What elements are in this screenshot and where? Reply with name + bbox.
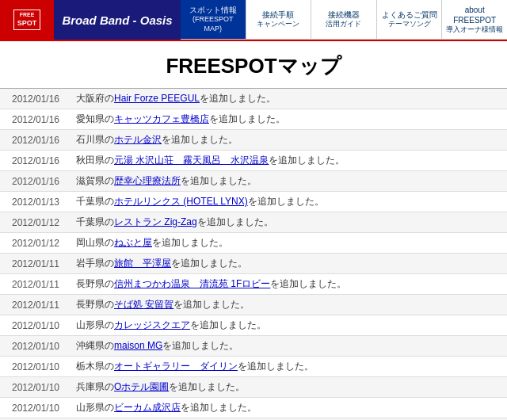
news-suffix: を追加しました。 <box>248 196 324 207</box>
news-link[interactable]: オートギャラリー ダイリン <box>114 361 238 372</box>
news-prefix: 千葉県の <box>76 196 114 207</box>
logo-spot: SPOT <box>17 19 37 28</box>
news-prefix: 栃木県の <box>76 361 114 372</box>
news-cell: 兵庫県のOホテル園圃を追加しました。 <box>71 377 507 398</box>
news-cell: 愛知県のキャッツカフェ豊橋店を追加しました。 <box>71 109 507 130</box>
table-row: 2012/01/16石川県のホテル金沢を追加しました。 <box>0 130 507 151</box>
news-prefix: 愛知県の <box>76 113 114 124</box>
date-cell: 2012/01/12 <box>0 212 71 233</box>
nav-row: スポット情報(FREESPOT MAP)接続手順キャンペーン接続機器活用ガイドよ… <box>181 0 507 40</box>
nav-item-connect[interactable]: 接続手順キャンペーン <box>246 0 312 39</box>
table-row: 2012/01/16愛知県のキャッツカフェ豊橋店を追加しました。 <box>0 109 507 130</box>
news-cell: 山形県のビーカム成沢店を追加しました。 <box>71 398 507 418</box>
news-prefix: 石川県の <box>76 134 114 145</box>
date-cell: 2012/01/16 <box>0 89 71 109</box>
news-link[interactable]: レストラン Zig-Zag <box>114 216 197 227</box>
page-title: FREESPOTマップ <box>0 52 507 80</box>
nav-item-about[interactable]: about FREESPOT導入オーナ様情報 <box>442 0 507 39</box>
news-link[interactable]: ねぶと屋 <box>114 237 152 248</box>
news-cell: 秋田県の元湯 水沢山荘 霧天風呂 水沢温泉を追加しました。 <box>71 151 507 171</box>
date-cell: 2012/01/11 <box>0 254 71 274</box>
news-link[interactable]: maison MG <box>114 340 162 351</box>
news-suffix: を追加しました。 <box>162 134 238 145</box>
main-nav: スポット情報(FREESPOT MAP)接続手順キャンペーン接続機器活用ガイドよ… <box>181 0 507 40</box>
table-row: 2012/01/10沖縄県のmaison MGを追加しました。 <box>0 336 507 357</box>
news-cell: 長野県の信州まつかわ温泉 清流苑 1Fロビーを追加しました。 <box>71 274 507 295</box>
news-suffix: を追加しました。 <box>171 258 247 269</box>
table-row: 2012/01/10兵庫県のOホテル園圃を追加しました。 <box>0 377 507 398</box>
news-link[interactable]: 元湯 水沢山荘 霧天風呂 水沢温泉 <box>114 155 269 166</box>
news-prefix: 山形県の <box>76 319 114 330</box>
news-link[interactable]: 歴幸心理療法所 <box>114 175 181 186</box>
news-link[interactable]: カレッジスクエア <box>114 319 190 330</box>
news-prefix: 沖縄県の <box>76 340 114 351</box>
logo-area: FREE SPOT <box>0 0 54 40</box>
news-table: 2012/01/16大阪府のHair Forze PEEGULを追加しました。2… <box>0 89 507 420</box>
table-row: 2012/01/11長野県の信州まつかわ温泉 清流苑 1Fロビーを追加しました。 <box>0 274 507 295</box>
news-suffix: を追加しました。 <box>169 381 245 392</box>
table-row: 2012/01/11長野県のそば処 安留賀を追加しました。 <box>0 295 507 315</box>
nav-item-device[interactable]: 接続機器活用ガイド <box>311 0 377 39</box>
table-row: 2012/01/13千葉県のホテルリンクス (HOTEL LYNX)を追加しまし… <box>0 192 507 212</box>
news-cell: 山形県のカレッジスクエアを追加しました。 <box>71 315 507 336</box>
nav-item-spot[interactable]: スポット情報(FREESPOT MAP) <box>181 0 246 39</box>
news-cell: 岡山県のねぶと屋を追加しました。 <box>71 233 507 254</box>
news-suffix: を追加しました。 <box>269 155 345 166</box>
news-suffix: を追加しました。 <box>152 237 228 248</box>
news-cell: 長野県のそば処 安留賀を追加しました。 <box>71 295 507 315</box>
news-suffix: を追加しました。 <box>181 175 257 186</box>
news-suffix: を追加しました。 <box>238 361 314 372</box>
news-prefix: 長野県の <box>76 278 114 289</box>
nav-item-faq[interactable]: よくあるご質問テーマソング <box>377 0 443 39</box>
date-cell: 2012/01/11 <box>0 295 71 315</box>
freespot-logo: FREE SPOT <box>13 10 41 29</box>
table-row: 2012/01/11岩手県の旅館 平澤屋を追加しました。 <box>0 254 507 274</box>
news-link[interactable]: Hair Forze PEEGUL <box>114 93 200 104</box>
news-link[interactable]: Oホテル園圃 <box>114 381 169 392</box>
news-link[interactable]: 信州まつかわ温泉 清流苑 1Fロビー <box>114 278 270 289</box>
table-row: 2012/01/16滋賀県の歴幸心理療法所を追加しました。 <box>0 171 507 192</box>
news-prefix: 岡山県の <box>76 237 114 248</box>
news-cell: 滋賀県の歴幸心理療法所を追加しました。 <box>71 171 507 192</box>
news-cell: 千葉県のレストラン Zig-Zagを追加しました。 <box>71 212 507 233</box>
logo-free: FREE <box>17 12 37 18</box>
news-prefix: 岩手県の <box>76 258 114 269</box>
news-link[interactable]: キャッツカフェ豊橋店 <box>114 113 209 124</box>
news-link[interactable]: ホテルリンクス (HOTEL LYNX) <box>114 196 248 207</box>
date-cell: 2012/01/10 <box>0 398 71 418</box>
table-row: 2012/01/12岡山県のねぶと屋を追加しました。 <box>0 233 507 254</box>
news-suffix: を追加しました。 <box>197 216 273 227</box>
date-cell: 2012/01/10 <box>0 315 71 336</box>
date-cell: 2012/01/10 <box>0 336 71 357</box>
news-prefix: 山形県の <box>76 402 114 413</box>
table-row: 2012/01/16大阪府のHair Forze PEEGULを追加しました。 <box>0 89 507 109</box>
news-suffix: を追加しました。 <box>270 278 346 289</box>
news-cell: 大阪府のHair Forze PEEGULを追加しました。 <box>71 89 507 109</box>
news-prefix: 秋田県の <box>76 155 114 166</box>
date-cell: 2012/01/16 <box>0 130 71 151</box>
date-cell: 2012/01/16 <box>0 171 71 192</box>
date-cell: 2012/01/16 <box>0 151 71 171</box>
table-row: 2012/01/10山形県のビーカム成沢店を追加しました。 <box>0 398 507 418</box>
news-link[interactable]: ビーカム成沢店 <box>114 402 181 413</box>
table-row: 2012/01/10山形県のカレッジスクエアを追加しました。 <box>0 315 507 336</box>
news-prefix: 大阪府の <box>76 93 114 104</box>
news-suffix: を追加しました。 <box>190 319 266 330</box>
news-prefix: 兵庫県の <box>76 381 114 392</box>
news-suffix: を追加しました。 <box>200 93 276 104</box>
news-link[interactable]: 旅館 平澤屋 <box>114 258 171 269</box>
table-row: 2012/01/16秋田県の元湯 水沢山荘 霧天風呂 水沢温泉を追加しました。 <box>0 151 507 171</box>
table-row: 2012/01/12千葉県のレストラン Zig-Zagを追加しました。 <box>0 212 507 233</box>
news-cell: 栃木県のオートギャラリー ダイリンを追加しました。 <box>71 357 507 377</box>
page-title-area: FREESPOTマップ <box>0 41 507 89</box>
news-prefix: 長野県の <box>76 299 114 310</box>
news-cell: 石川県のホテル金沢を追加しました。 <box>71 130 507 151</box>
date-cell: 2012/01/10 <box>0 377 71 398</box>
news-cell: 岩手県の旅館 平澤屋を追加しました。 <box>71 254 507 274</box>
news-suffix: を追加しました。 <box>181 402 257 413</box>
news-link[interactable]: ホテル金沢 <box>114 134 162 145</box>
news-prefix: 千葉県の <box>76 216 114 227</box>
table-row: 2012/01/10栃木県のオートギャラリー ダイリンを追加しました。 <box>0 357 507 377</box>
news-link[interactable]: そば処 安留賀 <box>114 299 173 310</box>
news-suffix: を追加しました。 <box>173 299 250 310</box>
